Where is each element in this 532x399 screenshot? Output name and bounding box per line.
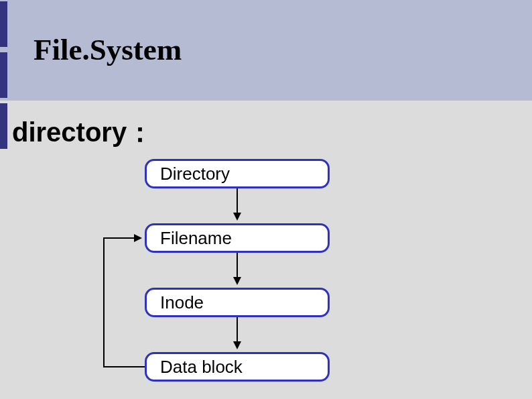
accent-bar bbox=[0, 103, 7, 149]
section-heading: directory： bbox=[12, 114, 153, 151]
node-label: Inode bbox=[160, 292, 204, 313]
node-label: Directory bbox=[160, 164, 230, 184]
page-title: File.System bbox=[34, 32, 182, 67]
node-filename: Filename bbox=[145, 223, 330, 253]
node-inode: Inode bbox=[145, 288, 330, 317]
node-label: Data block bbox=[160, 357, 243, 378]
slide: File.System directory： Directory Filenam… bbox=[0, 0, 532, 399]
node-label: Filename bbox=[160, 228, 232, 249]
node-directory: Directory bbox=[145, 159, 330, 188]
node-datablock: Data block bbox=[145, 352, 330, 382]
accent-bar bbox=[0, 52, 7, 98]
accent-bar bbox=[0, 1, 7, 47]
